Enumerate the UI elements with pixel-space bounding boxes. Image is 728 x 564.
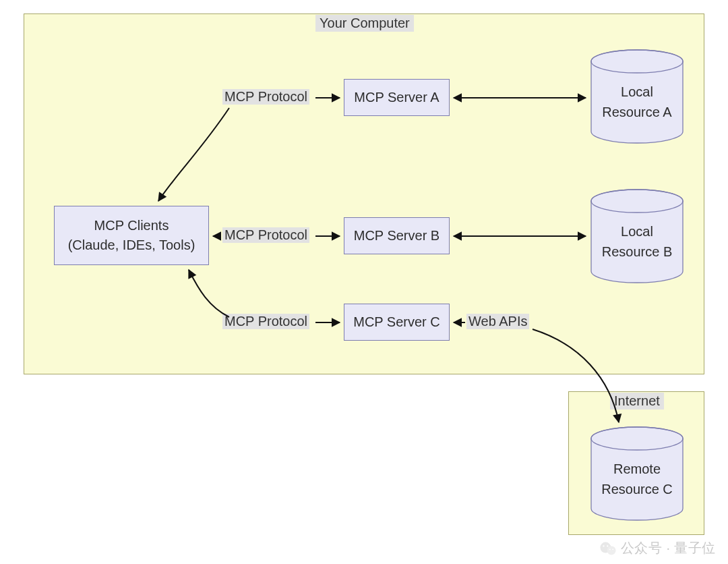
node-mcp-server-b: MCP Server B — [344, 217, 450, 254]
watermark: 公众号 · 量子位 — [599, 539, 716, 557]
svg-point-18 — [612, 548, 613, 550]
watermark-text: 公众号 · 量子位 — [621, 539, 716, 557]
diagram-stage: Your Computer Internet MCP Clients (Clau… — [0, 0, 728, 564]
node-mcp-clients-text: MCP Clients (Claude, IDEs, Tools) — [68, 216, 195, 255]
zone-your-computer-title: Your Computer — [315, 15, 414, 32]
cylinder-local-resource-a: Local Resource A — [590, 49, 684, 144]
zone-internet-title: Internet — [610, 393, 664, 410]
cylinder-remote-resource-c: Remote Resource C — [590, 426, 684, 521]
cylinder-local-resource-b: Local Resource B — [590, 189, 684, 283]
edge-label-web-apis: Web APIs — [466, 314, 529, 329]
svg-point-15 — [603, 545, 604, 546]
edge-label-protocol-a: MCP Protocol — [222, 89, 309, 105]
node-mcp-server-c: MCP Server C — [344, 304, 450, 341]
svg-point-14 — [607, 546, 615, 555]
wechat-icon — [599, 540, 617, 557]
svg-point-16 — [607, 545, 608, 546]
node-mcp-clients: MCP Clients (Claude, IDEs, Tools) — [54, 206, 209, 265]
edge-label-protocol-c: MCP Protocol — [222, 314, 309, 329]
edge-label-protocol-b: MCP Protocol — [222, 227, 309, 243]
svg-point-17 — [609, 548, 611, 550]
node-mcp-server-a: MCP Server A — [344, 79, 450, 116]
